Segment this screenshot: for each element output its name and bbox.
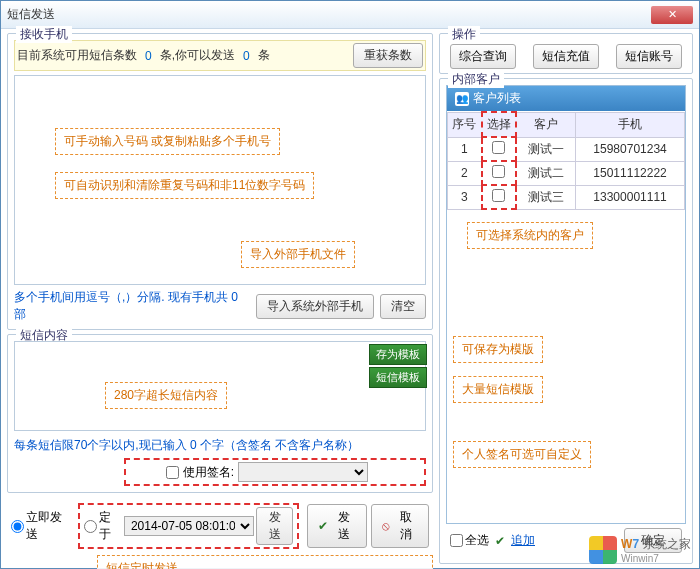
- reget-button[interactable]: 重获条数: [353, 43, 423, 68]
- people-icon: 👥: [455, 92, 469, 106]
- app-window: 短信发送 ✕ 接收手机 目前系统可用短信条数 0 条,你可以发送 0 条 重获条…: [0, 0, 700, 569]
- watermark-name: W7 系统之家: [621, 535, 691, 553]
- list-legend: 内部客户: [448, 71, 504, 88]
- recv-legend: 接收手机: [16, 26, 72, 43]
- customer-table: 序号 选择 客户 手机 1 测试一 15980701234 2: [447, 111, 685, 210]
- send-icon: ✔: [318, 519, 328, 533]
- query-button[interactable]: 综合查询: [450, 44, 516, 69]
- note-signature: 个人签名可选可自定义: [453, 441, 591, 468]
- quota-line: 目前系统可用短信条数 0 条,你可以发送 0 条 重获条数: [14, 40, 426, 71]
- watermark: W7 系统之家 Winwin7: [589, 535, 691, 564]
- list-header: 👥 客户列表: [447, 86, 685, 111]
- cancel-button[interactable]: ⦸取消: [371, 504, 429, 548]
- row-checkbox[interactable]: [492, 165, 505, 178]
- content-textarea[interactable]: 280字超长短信内容 存为模板 短信模板: [14, 341, 426, 431]
- signature-row: 使用签名:: [124, 458, 426, 486]
- titlebar: 短信发送 ✕: [1, 1, 699, 29]
- use-signature-checkbox[interactable]: [166, 466, 179, 479]
- left-pane: 接收手机 目前系统可用短信条数 0 条,你可以发送 0 条 重获条数 可手动输入…: [1, 29, 439, 568]
- timed-send-button[interactable]: 发送: [256, 507, 294, 545]
- import-button[interactable]: 导入系统外部手机: [256, 294, 374, 319]
- clear-button[interactable]: 清空: [380, 294, 426, 319]
- recharge-button[interactable]: 短信充值: [533, 44, 599, 69]
- note-auto: 可自动识别和清除重复号码和非11位数字号码: [55, 172, 314, 199]
- timed-radio[interactable]: 定于: [84, 509, 122, 543]
- quota-count2: 0: [243, 49, 250, 63]
- limit-line: 每条短信限70个字以内,现已输入 0 个字（含签名 不含客户名称）: [14, 437, 426, 454]
- timed-datetime[interactable]: 2014-07-05 08:01:00: [124, 516, 254, 536]
- recv-group: 接收手机 目前系统可用短信条数 0 条,你可以发送 0 条 重获条数 可手动输入…: [7, 33, 433, 330]
- account-button[interactable]: 短信账号: [616, 44, 682, 69]
- add-icon: ✔: [495, 534, 505, 548]
- close-button[interactable]: ✕: [651, 6, 693, 24]
- row-checkbox[interactable]: [492, 189, 505, 202]
- send-now-radio[interactable]: 立即发送: [11, 509, 74, 543]
- template-buttons: 存为模板 短信模板: [369, 344, 427, 388]
- note-timed: 短信定时发送: [97, 555, 433, 569]
- col-select: 选择: [482, 112, 516, 137]
- phone-textarea[interactable]: 可手动输入号码 或复制粘贴多个手机号 可自动识别和清除重复号码和非11位数字号码…: [14, 75, 426, 285]
- note-save-template: 可保存为模版: [453, 336, 543, 363]
- col-customer: 客户: [516, 112, 576, 137]
- col-seq: 序号: [448, 112, 482, 137]
- content-group: 短信内容 280字超长短信内容 存为模板 短信模板 每条短信限70个字以内,现已…: [7, 334, 433, 493]
- table-row[interactable]: 1 测试一 15980701234: [448, 137, 685, 161]
- hint-line: 多个手机间用逗号（,）分隔. 现有手机共 0 部: [14, 289, 250, 323]
- logo-icon: [589, 536, 617, 564]
- watermark-sub: Winwin7: [621, 553, 691, 564]
- op-group: 操作 综合查询 短信充值 短信账号: [439, 33, 693, 74]
- note-mass-template: 大量短信模版: [453, 376, 543, 403]
- append-link[interactable]: 追加: [511, 532, 535, 549]
- customer-list-panel: 👥 客户列表 序号 选择 客户 手机 1 测试一: [446, 85, 686, 524]
- note-import: 导入外部手机文件: [241, 241, 355, 268]
- send-button[interactable]: ✔发送: [307, 504, 367, 548]
- table-row[interactable]: 3 测试三 13300001111: [448, 185, 685, 209]
- op-legend: 操作: [448, 26, 480, 43]
- signature-select[interactable]: [238, 462, 368, 482]
- select-all[interactable]: 全选: [450, 532, 489, 549]
- save-template-button[interactable]: 存为模板: [369, 344, 427, 365]
- col-phone: 手机: [576, 112, 685, 137]
- sms-template-button[interactable]: 短信模板: [369, 367, 427, 388]
- table-row[interactable]: 2 测试二 15011112222: [448, 161, 685, 185]
- send-row: 立即发送 定于 2014-07-05 08:01:00 发送 ✔发送 ⦸取消: [7, 503, 433, 549]
- quota-count1: 0: [145, 49, 152, 63]
- cancel-icon: ⦸: [382, 519, 390, 533]
- note-longsms: 280字超长短信内容: [105, 382, 227, 409]
- note-select-customer: 可选择系统内的客户: [467, 222, 593, 249]
- right-pane: 操作 综合查询 短信充值 短信账号 内部客户 👥 客户列表 序号 选择: [439, 29, 699, 568]
- recv-footer: 多个手机间用逗号（,）分隔. 现有手机共 0 部 导入系统外部手机 清空: [14, 289, 426, 323]
- list-group: 内部客户 👥 客户列表 序号 选择 客户 手机: [439, 78, 693, 564]
- row-checkbox[interactable]: [492, 141, 505, 154]
- note-manual: 可手动输入号码 或复制粘贴多个手机号: [55, 128, 280, 155]
- table-header-row: 序号 选择 客户 手机: [448, 112, 685, 137]
- timed-box: 定于 2014-07-05 08:01:00 发送: [78, 503, 300, 549]
- signature-label: 使用签名:: [183, 464, 234, 481]
- window-title: 短信发送: [7, 6, 55, 23]
